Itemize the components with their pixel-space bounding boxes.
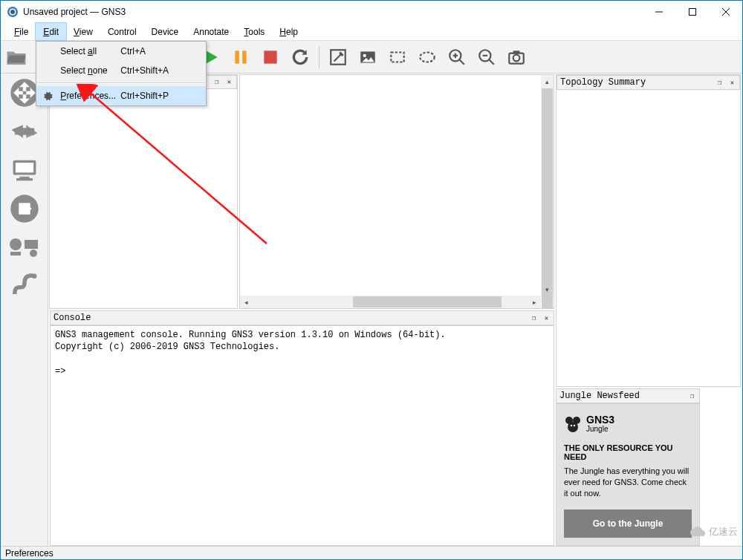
svg-rect-23 [513,51,520,53]
float-icon[interactable]: ❐ [528,313,539,323]
svg-rect-7 [235,51,239,63]
stop-button[interactable] [258,45,283,70]
close-icon[interactable]: ✕ [727,78,738,88]
float-icon[interactable]: ❐ [714,78,725,88]
window-title: Unsaved project — GNS3 [23,7,642,17]
scroll-right-icon[interactable]: ▸ [528,296,541,308]
svg-point-40 [571,425,573,427]
jungle-logo: GNS3 Jungle [564,414,692,433]
scroll-thumb[interactable] [353,296,502,307]
topology-list[interactable] [557,90,740,386]
menu-label: Select none [59,65,120,76]
svg-point-36 [31,274,36,279]
menu-select-all[interactable]: Select all Ctrl+A [36,42,206,61]
svg-point-39 [568,422,578,432]
svg-rect-28 [19,177,29,178]
device-bar [1,74,48,546]
status-text: Preferences [5,548,53,559]
all-devices-button[interactable] [7,229,42,265]
maximize-button[interactable] [675,1,709,23]
reload-button[interactable] [288,45,313,70]
pause-button[interactable] [228,45,253,70]
end-devices-button[interactable] [7,152,42,188]
zoom-in-button[interactable] [444,45,470,70]
menubar: File Edit Select all Ctrl+A Select none … [1,23,742,41]
scroll-up-icon[interactable]: ▴ [541,75,554,88]
edit-dropdown: Select all Ctrl+A Select none Ctrl+Shift… [36,41,207,106]
scroll-left-icon[interactable]: ◂ [240,296,253,308]
jungle-header[interactable]: Jungle Newsfeed ❐ [556,388,700,403]
menu-control[interactable]: Control [100,23,144,40]
nodes-list[interactable] [50,89,237,308]
topology-header[interactable]: Topology Summary ❐ ✕ [557,75,740,90]
svg-rect-8 [242,51,246,63]
scroll-down-icon[interactable]: ▾ [541,283,554,296]
panel-title: Console [53,313,527,323]
svg-rect-35 [10,252,21,255]
console-header[interactable]: Console ❐ ✕ [50,310,554,325]
panel-title: Jungle Newsfeed [559,391,685,401]
jungle-body: The Jungle has everything you will ever … [564,466,692,499]
jungle-content: GNS3 Jungle THE ONLY RESOURCE YOU NEED T… [556,403,700,546]
svg-point-24 [513,54,520,61]
minimize-button[interactable] [642,1,675,23]
separator [319,46,319,68]
menu-select-none[interactable]: Select none Ctrl+Shift+A [36,61,206,80]
screenshot-button[interactable] [504,45,529,70]
security-devices-button[interactable] [7,191,42,227]
close-icon[interactable]: ✕ [541,313,552,323]
jungle-brand-sub: Jungle [586,425,614,433]
console-panel: Console ❐ ✕ GNS3 management console. Run… [50,310,554,546]
scroll-thumb[interactable] [542,88,553,309]
svg-point-2 [10,10,15,14]
open-project-button[interactable] [4,45,29,70]
close-icon[interactable]: ✕ [224,77,235,87]
watermark: 亿速云 [690,525,738,538]
main-area: ❐ ✕ ▴ ▾ ◂ ▸ [1,74,742,546]
gear-icon [36,91,59,101]
gns3-logo-icon [564,415,582,433]
statusbar: Preferences [1,546,742,559]
svg-point-32 [10,238,22,250]
annotate-rect-button[interactable] [385,45,410,70]
app-icon [7,6,19,18]
menu-edit[interactable]: Edit Select all Ctrl+A Select none Ctrl+… [35,22,67,41]
console-output[interactable]: GNS3 management console. Running GNS3 ve… [50,325,554,546]
float-icon[interactable]: ❐ [211,77,222,87]
vertical-scrollbar[interactable]: ▴ ▾ [541,75,554,296]
svg-point-12 [363,53,366,56]
shortcut: Ctrl+A [120,46,187,56]
svg-rect-13 [391,52,403,62]
jungle-cta-button[interactable]: Go to the Jungle [564,509,692,538]
menu-view[interactable]: View [66,23,100,40]
separator [38,82,204,84]
annotate-note-button[interactable] [325,45,351,70]
svg-point-41 [574,425,576,427]
add-link-button[interactable] [7,268,42,304]
menu-file[interactable]: File [7,23,36,40]
titlebar: Unsaved project — GNS3 [1,1,742,23]
switches-button[interactable] [7,114,42,149]
zoom-out-button[interactable] [474,45,499,70]
menu-preferences[interactable]: Preferences... Ctrl+Shift+P [36,86,206,105]
canvas[interactable]: ▴ ▾ ◂ ▸ [239,74,554,309]
close-button[interactable] [709,1,742,23]
menu-tools[interactable]: Tools [236,23,272,40]
svg-line-16 [459,59,464,65]
menu-label: Select all [59,46,120,56]
float-icon[interactable]: ❐ [687,391,698,401]
horizontal-scrollbar[interactable]: ◂ ▸ [240,296,541,308]
menu-help[interactable]: Help [272,23,305,40]
svg-rect-4 [689,9,695,16]
annotate-image-button[interactable] [355,45,380,70]
shortcut: Ctrl+Shift+A [120,65,187,76]
svg-rect-33 [25,240,38,249]
menu-annotate[interactable]: Annotate [186,23,236,40]
annotate-ellipse-button[interactable] [415,45,440,70]
right-column: Topology Summary ❐ ✕ Jungle Newsfeed ❐ G… [555,74,742,546]
centre-column: ❐ ✕ ▴ ▾ ◂ ▸ [48,74,555,546]
menu-device[interactable]: Device [144,23,186,40]
menu-label: Preferences... [59,91,120,101]
svg-line-20 [489,59,494,65]
svg-rect-27 [15,163,33,172]
